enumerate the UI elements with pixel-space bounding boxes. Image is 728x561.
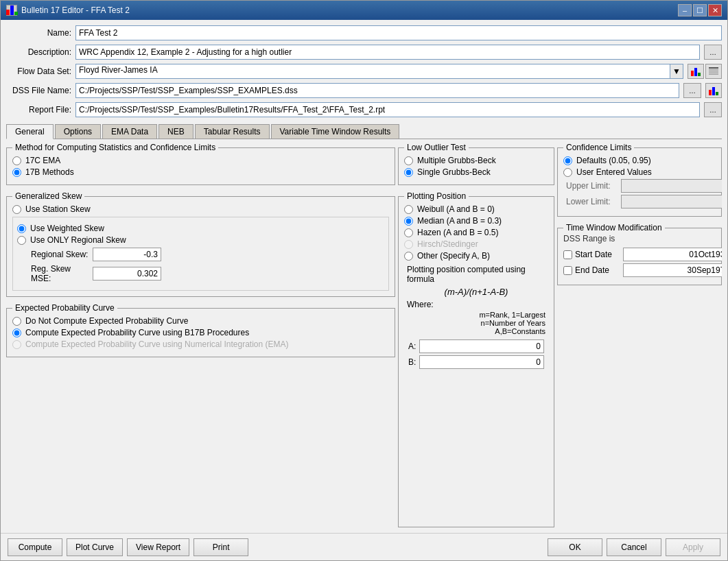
defaults-label: Defaults (0.05, 0.95) [576,156,651,165]
defaults-radio[interactable] [563,156,572,165]
b-label: B: [408,357,419,367]
hirsch-label: Hirsch/Stedinger [417,239,478,249]
regional-skew-label: Regional Skew: [31,250,93,259]
compute-button[interactable]: Compute [8,538,62,556]
skew-weighted-label: Use Weighted Skew [30,224,104,233]
skew-regional-label: Use ONLY Regional Skew [30,235,126,245]
flow-data-set-arrow[interactable]: ▼ [670,64,683,79]
confidence-panel-title: Confidence Limits [563,143,634,152]
description-label: Description: [6,47,71,57]
print-button[interactable]: Print [193,538,248,556]
hazen-radio[interactable] [404,228,413,237]
multiple-grubbs-radio[interactable] [404,156,413,165]
prob-b17b-radio[interactable] [12,329,21,337]
a-row: A: [408,339,544,353]
median-radio[interactable] [404,217,413,226]
right-column: Confidence Limits Defaults (0.05, 0.95) … [557,142,722,527]
method-17c-radio[interactable] [12,156,21,165]
svg-rect-8 [712,87,715,95]
upper-limit-row: Upper Limit: [563,179,716,193]
end-date-label: End Date [575,265,623,275]
flow-data-set-select[interactable]: Floyd River-James IA [75,64,670,79]
regional-skew-input[interactable] [93,248,161,261]
report-file-input[interactable] [75,102,700,117]
hirsch-radio[interactable] [404,240,413,249]
other-radio[interactable] [404,252,413,261]
flow-table-icon[interactable] [705,64,722,79]
main-area: Method for Computing Statistics and Conf… [6,142,722,527]
close-button[interactable]: ✕ [708,4,722,16]
a-input[interactable] [419,339,544,353]
a-label: A: [408,342,419,351]
hazen-row: Hazen (A and B = 0.5) [404,228,548,237]
end-date-input[interactable] [623,263,722,277]
formula-vars: m=Rank, 1=Largest n=Number of Years A,B=… [407,311,545,335]
method-17b-radio[interactable] [12,168,21,177]
maximize-button[interactable]: ☐ [693,4,707,16]
svg-rect-4 [709,69,718,71]
time-window-panel: Time Window Modification DSS Range is St… [557,228,722,285]
tab-general[interactable]: General [6,124,54,139]
dss-file-label: DSS File Name: [6,86,71,95]
user-entered-row: User Entered Values [563,167,716,177]
tab-variable-time[interactable]: Variable Time Window Results [271,124,400,139]
low-outlier-panel: Low Outlier Test Multiple Grubbs-Beck Si… [398,147,554,185]
prob-numerical-label: Compute Expected Probability Curve using… [25,339,289,349]
report-file-browse-button[interactable]: … [704,102,722,117]
reg-skew-mse-input[interactable] [93,267,161,280]
plot-curve-button[interactable]: Plot Curve [67,538,123,556]
upper-limit-input[interactable] [621,179,722,193]
other-row: Other (Specify A, B) [404,251,548,261]
name-row: Name: [6,25,722,40]
start-date-checkbox[interactable] [563,250,572,259]
reg-skew-mse-row: Reg. Skew MSE: [17,264,384,283]
svg-rect-1 [694,68,697,76]
median-row: Median (A and B = 0.3) [404,216,548,226]
cancel-button[interactable]: Cancel [607,538,661,556]
apply-button[interactable]: Apply [666,538,720,556]
prob-do-not-compute-row: Do Not Compute Expected Probability Curv… [12,316,389,326]
dss-chart-icon[interactable] [705,83,722,98]
content-area: Name: Description: … Flow Data Set: Floy… [1,20,727,533]
dss-file-browse-button[interactable]: … [683,83,701,98]
prob-do-not-compute-label: Do Not Compute Expected Probability Curv… [25,316,188,326]
flow-chart-red-icon[interactable] [688,64,704,79]
description-input[interactable] [75,45,700,60]
prob-b17b-row: Compute Expected Probability Curve using… [12,328,389,337]
plotting-panel-title: Plotting Position [404,191,469,201]
ok-button[interactable]: OK [548,538,602,556]
skew-regional-radio[interactable] [17,236,26,245]
title-bar: Bulletin 17 Editor - FFA Test 2 – ☐ ✕ [1,1,727,20]
skew-station-label: Use Station Skew [25,204,91,214]
end-date-checkbox[interactable] [563,266,572,275]
lower-limit-row: Lower Limit: [563,195,716,208]
regional-skew-row: Regional Skew: [17,248,384,261]
tab-neb[interactable]: NEB [158,124,193,139]
prob-numerical-radio[interactable] [12,340,21,349]
user-entered-radio[interactable] [563,168,572,177]
description-row: Description: … [6,45,722,60]
svg-rect-9 [716,92,718,95]
weibull-radio[interactable] [404,205,413,214]
tab-tabular-results[interactable]: Tabular Results [195,124,270,139]
multiple-grubbs-row: Multiple Grubbs-Beck [404,156,548,165]
lower-limit-input[interactable] [621,195,722,208]
skew-weighted-radio[interactable] [17,224,26,233]
view-report-button[interactable]: View Report [127,538,189,556]
skew-station-radio[interactable] [12,205,21,214]
tab-options[interactable]: Options [55,124,101,139]
description-browse-button[interactable]: … [704,45,722,60]
other-label: Other (Specify A, B) [417,251,490,261]
tab-ema-data[interactable]: EMA Data [102,124,157,139]
name-input[interactable] [75,25,722,40]
method-panel-title: Method for Computing Statistics and Conf… [12,143,218,152]
single-grubbs-radio[interactable] [404,168,413,177]
prob-do-not-compute-radio[interactable] [12,317,21,326]
skew-inner: Use Weighted Skew Use ONLY Regional Skew… [12,217,389,291]
b-input[interactable] [419,355,544,369]
minimize-button[interactable]: – [678,4,692,16]
dss-file-input[interactable] [75,83,679,98]
plotting-panel: Plotting Position Weibull (A and B = 0) … [398,196,554,527]
app-icon [6,5,17,16]
start-date-input[interactable] [623,248,722,261]
